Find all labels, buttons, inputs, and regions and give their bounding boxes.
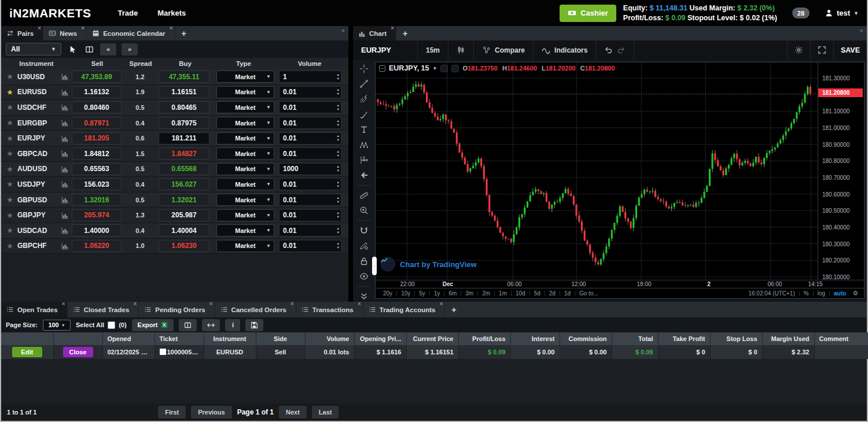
open-chart-icon[interactable] — [58, 88, 72, 96]
buy-price-button[interactable]: 0.80465 — [159, 101, 209, 113]
percent-scale-button[interactable]: % — [800, 290, 813, 297]
trendline-tool-icon[interactable] — [356, 78, 372, 89]
buy-price-button[interactable]: 47,355.11 — [159, 71, 209, 83]
open-chart-icon[interactable] — [58, 150, 72, 157]
volume-stepper[interactable]: ▲▼ — [337, 87, 340, 98]
tab-close-icon[interactable]: × — [209, 301, 213, 307]
tab-pairs[interactable]: Pairs× — [1, 26, 43, 40]
col-header-margin-used[interactable]: Margin Used — [762, 332, 814, 345]
next-page-button[interactable]: Next — [279, 406, 307, 419]
range-20y-button[interactable]: 20y — [379, 290, 396, 297]
volume-stepper[interactable]: ▲▼ — [337, 148, 340, 159]
sell-price-button[interactable]: 205.974 — [72, 209, 122, 221]
sell-price-button[interactable]: 0.80460 — [72, 101, 122, 113]
tab-chart[interactable]: Chart× — [353, 26, 396, 40]
sell-price-button[interactable]: 1.06220 — [72, 240, 122, 252]
text-tool-icon[interactable] — [356, 124, 372, 135]
tradingview-attribution[interactable]: Chart by TradingView — [380, 257, 477, 272]
volume-stepper[interactable]: ▲▼ — [337, 179, 340, 190]
indicators-button[interactable]: Indicators — [534, 40, 596, 60]
tab-close-icon[interactable]: × — [170, 25, 173, 31]
sell-price-button[interactable]: 0.65563 — [72, 163, 122, 175]
arrowleft-tool-icon[interactable] — [356, 170, 372, 181]
open-chart-icon[interactable] — [58, 242, 72, 250]
export-button[interactable]: Export — [132, 319, 174, 331]
columns-view-button[interactable] — [83, 43, 95, 55]
tab-close-icon[interactable]: × — [440, 301, 443, 307]
legend-eye-icon[interactable] — [440, 65, 448, 72]
order-type-select[interactable]: Market▼ — [216, 178, 274, 190]
price-axis[interactable]: 181.30000181.10000181.00000180.90000180.… — [818, 62, 864, 280]
buy-price-button[interactable]: 1.84827 — [159, 147, 209, 160]
range-10d-button[interactable]: 10d — [512, 290, 529, 297]
volume-stepper[interactable]: ▲▼ — [337, 240, 340, 251]
col-header-side[interactable]: Side — [256, 332, 305, 345]
undo-icon[interactable] — [604, 46, 613, 54]
sell-price-button[interactable]: 47,353.89 — [72, 71, 122, 83]
sell-price-button[interactable]: 1.40000 — [72, 224, 122, 236]
close-trade-button[interactable]: Close — [63, 347, 93, 357]
new-tab-button[interactable]: + — [175, 26, 193, 40]
order-type-select[interactable]: Market▼ — [216, 224, 274, 236]
order-type-select[interactable]: Market▼ — [216, 147, 274, 160]
expand-all-button[interactable]: » — [122, 43, 138, 55]
order-type-select[interactable]: Market▼ — [216, 194, 274, 206]
order-type-select[interactable]: Market▼ — [216, 86, 274, 98]
col-header-stop-loss[interactable]: Stop Loss — [710, 332, 762, 345]
columns-button[interactable] — [179, 319, 197, 331]
order-type-select[interactable]: Market▼ — [216, 132, 274, 145]
favorite-star-icon[interactable]: ★ — [2, 180, 17, 188]
previous-page-button[interactable]: Previous — [191, 406, 231, 419]
volume-stepper[interactable]: ▲▼ — [337, 102, 340, 113]
save-layout-button[interactable] — [245, 319, 263, 331]
tab-close-icon[interactable]: × — [81, 25, 84, 31]
tab-economic-calendar[interactable]: Economic Calendar× — [87, 26, 175, 40]
buy-price-button[interactable]: 1.16151 — [159, 86, 209, 98]
volume-input[interactable]: 0.01▲▼ — [279, 209, 341, 221]
buy-price-button[interactable]: 1.40004 — [159, 224, 209, 236]
page-size-select[interactable]: 100 ▼ — [43, 320, 71, 331]
volume-stepper[interactable]: ▲▼ — [337, 71, 340, 82]
time-axis[interactable]: 22:00Dec06:0012:0018:00206:0014:15 — [376, 280, 864, 288]
magnet-tool-icon[interactable] — [356, 225, 372, 236]
volume-stepper[interactable]: ▲▼ — [337, 133, 340, 144]
tab-transactions[interactable]: Transactions× — [296, 302, 363, 317]
save-chart-button[interactable]: SAVE — [833, 40, 867, 60]
volume-stepper[interactable]: ▲▼ — [337, 164, 340, 175]
buy-price-button[interactable]: 156.027 — [159, 178, 209, 190]
open-chart-icon[interactable] — [58, 196, 72, 203]
tab-close-icon[interactable]: × — [133, 301, 137, 307]
open-chart-icon[interactable] — [58, 119, 72, 127]
fullscreen-button[interactable] — [810, 40, 833, 60]
buy-price-button[interactable]: 181.211 — [159, 132, 209, 145]
col-header-volume[interactable]: Volume — [305, 332, 354, 345]
order-type-select[interactable]: Market▼ — [216, 117, 274, 129]
tab-pending-orders[interactable]: Pending Orders× — [139, 302, 215, 317]
chart-style-button[interactable] — [448, 40, 474, 60]
tab-close-icon[interactable]: × — [358, 301, 361, 307]
range-2m-button[interactable]: 2m — [478, 290, 494, 297]
range-3m-button[interactable]: 3m — [461, 290, 477, 297]
favorite-star-icon[interactable]: ★ — [2, 88, 17, 97]
edit-trade-button[interactable]: Edit — [12, 347, 42, 357]
forecast-tool-icon[interactable] — [356, 154, 372, 165]
tab-closed-trades[interactable]: Closed Trades× — [68, 302, 139, 317]
pitchfork-tool-icon[interactable] — [356, 94, 372, 105]
legend-symbol[interactable]: EURJPY, 15 — [389, 64, 429, 72]
volume-input[interactable]: 1000▲▼ — [279, 163, 341, 175]
order-type-select[interactable]: Market▼ — [216, 240, 274, 252]
buy-price-button[interactable]: 1.32021 — [159, 194, 209, 206]
sell-price-button[interactable]: 1.32016 — [72, 194, 122, 206]
sell-price-button[interactable]: 181.205 — [72, 132, 122, 145]
symbol-button[interactable]: EURJPY — [353, 40, 418, 60]
info-button[interactable]: i — [225, 319, 240, 331]
xabcd-tool-icon[interactable] — [356, 139, 372, 150]
sell-price-button[interactable]: 0.87971 — [72, 117, 122, 129]
redo-icon[interactable] — [617, 46, 626, 54]
open-chart-icon[interactable] — [58, 212, 72, 219]
tab-close-icon[interactable]: × — [38, 25, 41, 31]
volume-input[interactable]: 0.01▲▼ — [279, 117, 341, 129]
ruler-tool-icon[interactable] — [356, 190, 372, 201]
select-all-checkbox[interactable] — [108, 321, 115, 329]
col-header-opened[interactable]: Opened — [102, 332, 155, 345]
